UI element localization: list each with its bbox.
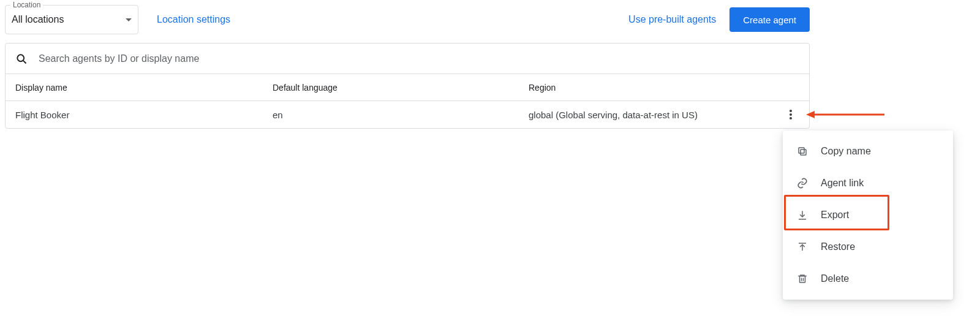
menu-item-agent-link[interactable]: Agent link <box>783 167 953 199</box>
svg-rect-8 <box>799 148 804 153</box>
location-settings-link[interactable]: Location settings <box>157 14 230 25</box>
menu-item-restore[interactable]: Restore <box>783 231 953 263</box>
row-actions-kebab-icon[interactable] <box>782 106 799 123</box>
col-header-default-language: Default language <box>273 83 529 93</box>
download-icon <box>795 208 810 222</box>
svg-rect-9 <box>800 276 805 283</box>
annotation-arrow <box>806 111 884 118</box>
search-icon <box>15 53 28 65</box>
menu-item-copy-name[interactable]: Copy name <box>783 135 953 167</box>
svg-rect-7 <box>801 150 806 155</box>
row-context-menu: Copy name Agent link Export Restore <box>783 131 953 300</box>
caret-down-icon <box>126 18 132 21</box>
link-icon <box>795 176 810 191</box>
create-agent-button[interactable]: Create agent <box>729 7 810 32</box>
trash-icon <box>795 271 810 286</box>
menu-item-label: Delete <box>821 273 849 284</box>
col-header-display-name: Display name <box>15 83 273 93</box>
location-value: All locations <box>12 14 126 25</box>
upload-icon <box>795 240 810 254</box>
table-header: Display name Default language Region <box>6 74 809 101</box>
svg-line-1 <box>23 60 26 63</box>
svg-point-0 <box>17 55 24 61</box>
menu-item-label: Export <box>821 210 849 221</box>
cell-default-language: en <box>273 110 529 120</box>
cell-display-name: Flight Booker <box>15 110 273 120</box>
menu-item-label: Restore <box>821 241 855 252</box>
search-row <box>6 44 809 74</box>
location-select[interactable]: Location All locations <box>5 5 138 34</box>
search-input[interactable] <box>39 53 799 64</box>
menu-item-delete[interactable]: Delete <box>783 263 953 295</box>
svg-point-4 <box>790 117 792 119</box>
menu-item-export[interactable]: Export <box>783 199 953 231</box>
menu-item-label: Copy name <box>821 146 871 157</box>
prebuilt-agents-link[interactable]: Use pre-built agents <box>628 14 716 25</box>
copy-icon <box>795 144 810 159</box>
agents-table: Display name Default language Region Fli… <box>5 43 810 129</box>
cell-region: global (Global serving, data-at-rest in … <box>529 110 775 120</box>
svg-point-2 <box>790 110 792 112</box>
menu-item-label: Agent link <box>821 178 864 189</box>
location-float-label: Location <box>10 1 43 9</box>
topbar: Location All locations Location settings… <box>5 4 810 43</box>
col-header-region: Region <box>529 83 775 93</box>
table-row[interactable]: Flight Booker en global (Global serving,… <box>6 101 809 128</box>
svg-point-3 <box>790 113 792 116</box>
